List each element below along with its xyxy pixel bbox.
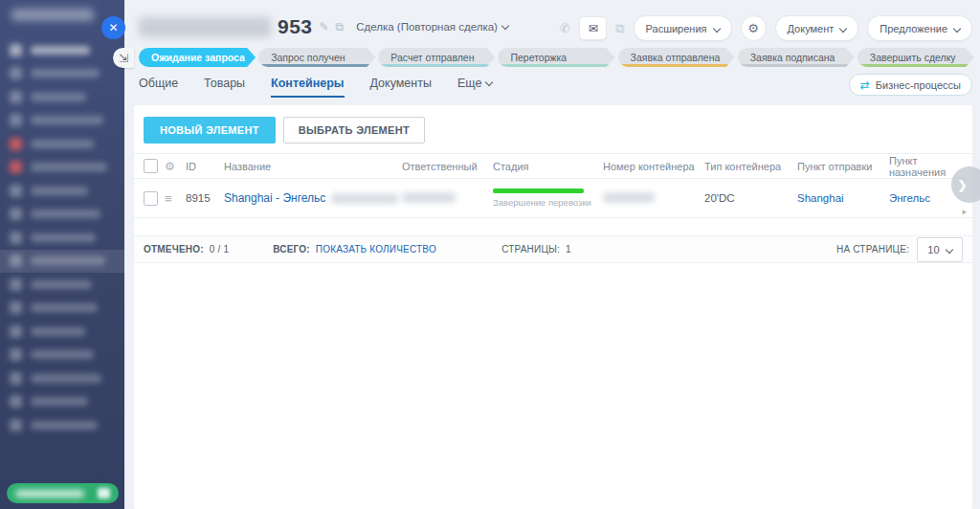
stage-zavershit-sdelku[interactable]: Завершить сделку bbox=[858, 48, 974, 67]
document-button[interactable]: Документ bbox=[775, 15, 859, 41]
container-name-link[interactable]: Shanghai - Энгельс bbox=[224, 191, 325, 205]
invite-button[interactable] bbox=[7, 483, 119, 503]
sidebar-item-blurred[interactable] bbox=[10, 417, 98, 432]
stage-stripe bbox=[378, 64, 495, 67]
scroll-right-button[interactable]: ❯ bbox=[951, 166, 980, 203]
sidebar-item-icon bbox=[10, 395, 22, 408]
app-logo[interactable] bbox=[11, 9, 94, 21]
resize-marker-icon[interactable]: ▸ bbox=[962, 207, 967, 216]
grid-settings-icon[interactable]: ⚙ bbox=[165, 160, 186, 173]
sidebar-pin-button[interactable]: ⇲ bbox=[113, 48, 134, 68]
deal-number: 953 bbox=[278, 15, 313, 38]
chevron-down-icon bbox=[953, 24, 961, 32]
sidebar-item-label-blur bbox=[31, 374, 101, 383]
sidebar-item-label-blur bbox=[31, 187, 88, 195]
sidebar-item-blurred[interactable] bbox=[10, 160, 107, 175]
sidebar-item-label-blur bbox=[31, 233, 96, 242]
stage-ozhidanie-zaprosa[interactable]: Ожидание запроса bbox=[139, 48, 256, 67]
sidebar-item-label-blur bbox=[31, 93, 86, 101]
new-item-button[interactable]: НОВЫЙ ЭЛЕМЕНТ bbox=[144, 117, 276, 144]
link-icon[interactable]: ⧉ bbox=[336, 20, 345, 33]
tab-konteynery[interactable]: Контейнеры bbox=[271, 77, 344, 98]
edit-icon[interactable]: ✎ bbox=[320, 20, 329, 33]
row-checkbox[interactable] bbox=[144, 191, 158, 206]
tab-dokumenty[interactable]: Документы bbox=[370, 77, 432, 98]
stage-peretorzhka[interactable]: Переторжка bbox=[498, 48, 614, 67]
sidebar-item-blurred[interactable] bbox=[10, 370, 101, 386]
sidebar-item-label-blur bbox=[31, 350, 94, 359]
origin-link[interactable]: Shanghai bbox=[797, 192, 889, 204]
invite-icon bbox=[98, 488, 110, 498]
stage-label: Запрос получен bbox=[271, 52, 345, 63]
tab-tovary[interactable]: Товары bbox=[204, 77, 245, 98]
col-name[interactable]: Название bbox=[224, 161, 402, 172]
sidebar-item-blurred[interactable] bbox=[10, 113, 103, 128]
copy-icon[interactable]: ⧉ bbox=[615, 21, 624, 36]
col-origin[interactable]: Пункт отправки bbox=[797, 161, 889, 172]
row-menu-icon[interactable]: ≡ bbox=[165, 191, 186, 206]
sidebar-item-icon bbox=[10, 419, 22, 432]
col-stage[interactable]: Стадия bbox=[493, 161, 603, 172]
business-process-button[interactable]: ⇄ Бизнес-процессы bbox=[849, 74, 972, 96]
stage-zapros-poluchen[interactable]: Запрос получен bbox=[258, 48, 375, 67]
sidebar-item-blurred[interactable] bbox=[10, 300, 98, 316]
phone-icon[interactable]: ✆ bbox=[560, 21, 570, 35]
chevron-down-icon bbox=[712, 24, 720, 32]
sidebar-item-blurred[interactable] bbox=[10, 347, 94, 363]
sidebar-item-label-blur bbox=[31, 421, 98, 430]
sidebar-item-label-blur bbox=[31, 303, 98, 312]
sidebar-item-label-blur bbox=[31, 397, 88, 406]
sidebar-item-icon bbox=[10, 254, 22, 267]
col-id[interactable]: ID bbox=[186, 161, 224, 172]
sidebar-close-button[interactable]: ✕ bbox=[101, 16, 125, 39]
stage-raschet-otpravlen[interactable]: Расчет отправлен bbox=[378, 48, 495, 67]
sidebar-item-blurred[interactable] bbox=[10, 207, 100, 222]
sidebar-item-icon bbox=[10, 138, 22, 150]
col-container-type[interactable]: Тип контейнера bbox=[704, 161, 797, 172]
sidebar-item-label-blur bbox=[31, 116, 103, 124]
mail-button[interactable]: ✉ bbox=[579, 16, 607, 40]
sidebar-item-blurred[interactable] bbox=[10, 136, 94, 151]
sidebar-item-blurred[interactable] bbox=[10, 254, 105, 269]
col-container-number[interactable]: Номер контейнера bbox=[603, 161, 704, 172]
sidebar-item-blurred[interactable] bbox=[10, 89, 86, 104]
chevron-right-icon: ❯ bbox=[957, 178, 968, 192]
checked-value: 0 / 1 bbox=[210, 244, 229, 254]
pagination-bar: ОТМЕЧЕНО: 0 / 1 ВСЕГО: ПОКАЗАТЬ КОЛИЧЕСТ… bbox=[134, 235, 972, 263]
cell-name: Shanghai - Энгельс bbox=[224, 191, 402, 205]
chevron-down-icon bbox=[501, 22, 509, 30]
show-count-link[interactable]: ПОКАЗАТЬ КОЛИЧЕСТВО bbox=[316, 244, 436, 254]
sidebar-item-blurred[interactable] bbox=[10, 394, 88, 409]
sidebar-item-icon bbox=[10, 161, 22, 173]
total-label: ВСЕГО: bbox=[273, 244, 310, 254]
sidebar-item-blurred[interactable] bbox=[10, 66, 100, 81]
sidebar-item-icon bbox=[10, 114, 22, 126]
deal-type-dropdown[interactable]: Сделка (Повторная сделка) bbox=[356, 21, 508, 33]
settings-button[interactable]: ⚙ bbox=[741, 15, 767, 41]
mail-icon: ✉ bbox=[589, 22, 598, 35]
select-all-checkbox[interactable] bbox=[144, 159, 158, 173]
select-item-button[interactable]: ВЫБРАТЬ ЭЛЕМЕНТ bbox=[283, 117, 425, 144]
detail-tabs: Общие Товары Контейнеры Документы Еще bbox=[139, 77, 492, 98]
per-page-select[interactable]: 10 bbox=[917, 237, 963, 262]
grid-toolbar: НОВЫЙ ЭЛЕМЕНТ ВЫБРАТЬ ЭЛЕМЕНТ bbox=[134, 105, 972, 153]
tab-obshchie[interactable]: Общие bbox=[139, 77, 178, 98]
offer-button[interactable]: Предложение bbox=[867, 15, 972, 41]
cell-responsible bbox=[402, 192, 493, 205]
extensions-button[interactable]: Расширения bbox=[634, 15, 732, 41]
sidebar-item-label-blur bbox=[31, 327, 85, 336]
containers-panel: НОВЫЙ ЭЛЕМЕНТ ВЫБРАТЬ ЭЛЕМЕНТ ⚙ ID Назва… bbox=[134, 105, 972, 509]
cell-id: 8915 bbox=[186, 192, 224, 204]
tab-eshche[interactable]: Еще bbox=[457, 77, 492, 98]
stage-zayavka-otpravlena[interactable]: Заявка отправлена bbox=[618, 48, 735, 67]
sidebar-item-blurred[interactable] bbox=[10, 323, 85, 339]
col-responsible[interactable]: Ответственный bbox=[402, 161, 493, 172]
sidebar-item-blurred[interactable] bbox=[10, 42, 90, 57]
table-row[interactable]: ≡ 8915 Shanghai - Энгельс Завершение пер… bbox=[134, 179, 972, 218]
sidebar-item-blurred[interactable] bbox=[10, 277, 92, 292]
sidebar-item-blurred[interactable] bbox=[10, 230, 96, 245]
pages-indicator: СТРАНИЦЫ: 1 bbox=[501, 244, 571, 254]
sidebar-item-blurred[interactable] bbox=[10, 183, 88, 198]
sidebar-item-icon bbox=[10, 372, 22, 385]
stage-zayavka-podpisana[interactable]: Заявка подписана bbox=[738, 48, 855, 67]
